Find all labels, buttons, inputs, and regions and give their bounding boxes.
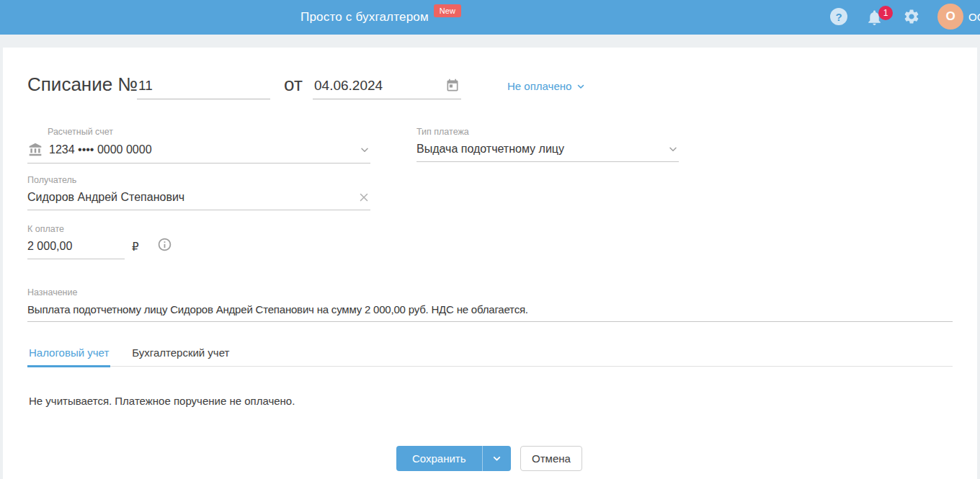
tab-tax-accounting[interactable]: Налоговый учет (27, 346, 110, 367)
cancel-button[interactable]: Отмена (520, 446, 582, 471)
field-recipient: Получатель (27, 175, 370, 210)
notifications-button[interactable]: 1 (865, 7, 894, 29)
document-card (3, 48, 977, 479)
top-bar: Просто с бухгалтером New ? 1 О ОО (0, 0, 980, 35)
payment-type-label: Тип платежа (416, 127, 679, 137)
tab-book-accounting[interactable]: Бухгалтерский учет (130, 346, 231, 366)
payment-status-dropdown[interactable]: Не оплачено (507, 80, 586, 92)
payment-type-input[interactable] (416, 143, 662, 156)
field-payment-type: Тип платежа (416, 127, 679, 162)
page-title: Списание № (27, 73, 138, 96)
settlement-account-label: Расчетный счет (48, 127, 370, 137)
recipient-input[interactable] (27, 191, 352, 204)
app-title: Просто с бухгалтером (300, 10, 429, 24)
field-purpose: Назначение (27, 287, 953, 322)
save-options-chevron-icon[interactable] (482, 446, 511, 471)
amount-label: К оплате (27, 224, 125, 234)
field-amount: К оплате (27, 224, 125, 259)
purpose-label: Назначение (27, 287, 953, 297)
clear-icon[interactable] (357, 191, 370, 204)
organization-name: ОО (968, 11, 980, 23)
date-preposition: от (284, 73, 303, 96)
field-settlement-account: Расчетный счет (27, 127, 370, 164)
settlement-account-input[interactable] (49, 143, 353, 156)
avatar-initial: О (945, 9, 955, 24)
save-button[interactable]: Сохранить (396, 446, 482, 471)
document-date-field (313, 76, 461, 99)
chevron-down-icon[interactable] (667, 143, 679, 155)
avatar[interactable]: О (937, 4, 963, 30)
settlement-account-select[interactable] (27, 143, 370, 164)
payment-type-select[interactable] (416, 143, 679, 162)
app-title-wrap: Просто с бухгалтером New (300, 0, 461, 35)
purpose-control (27, 303, 953, 322)
currency-ruble-sign: ₽ (132, 241, 139, 254)
calendar-icon[interactable] (445, 79, 460, 93)
chevron-down-icon (576, 81, 586, 91)
accounting-tabs: Налоговый учет Бухгалтерский учет (27, 346, 953, 367)
purpose-input[interactable] (27, 303, 953, 315)
payment-status-label: Не оплачено (507, 80, 571, 92)
recipient-control (27, 191, 370, 210)
help-icon[interactable]: ? (830, 8, 847, 25)
new-badge: New (434, 4, 461, 17)
settings-gear-icon[interactable] (903, 8, 920, 25)
amount-control (27, 240, 125, 259)
recipient-label: Получатель (27, 175, 370, 185)
screen: Просто с бухгалтером New ? 1 О ОО Списан… (0, 0, 980, 479)
amount-input[interactable] (27, 240, 125, 253)
chevron-down-icon[interactable] (359, 144, 370, 156)
document-date-input[interactable] (313, 76, 445, 99)
bank-icon (27, 143, 43, 157)
tab-panel-text: Не учитывается. Платежное поручение не о… (29, 395, 295, 407)
document-number-input[interactable] (137, 76, 270, 99)
document-number-field (137, 76, 270, 99)
save-split-button: Сохранить (396, 446, 511, 471)
notification-badge: 1 (878, 6, 893, 20)
info-icon[interactable] (157, 237, 172, 252)
